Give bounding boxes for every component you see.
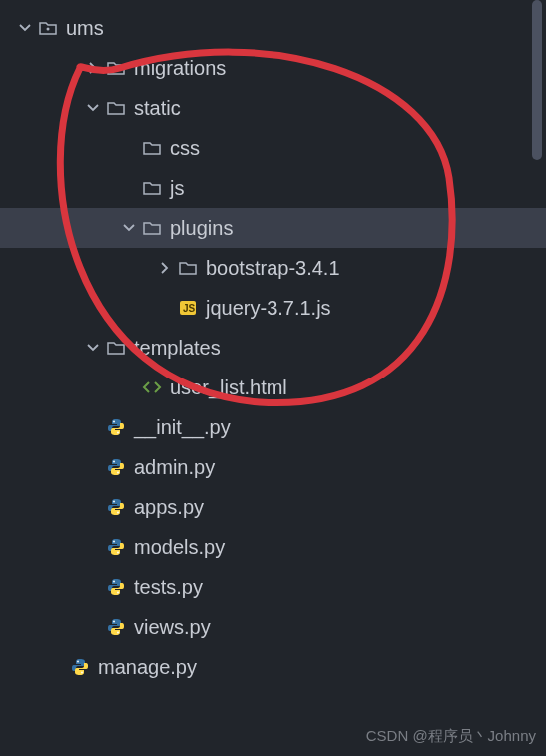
watermark: CSDN @程序员丶Johnny: [366, 727, 536, 746]
chevron-down-icon: [14, 22, 36, 34]
chevron-right-icon: [154, 262, 176, 274]
tree-item[interactable]: __init__.py: [0, 407, 546, 447]
tree-item-label: plugins: [170, 217, 233, 240]
python-icon: [104, 497, 128, 517]
python-icon: [104, 577, 128, 597]
python-icon: [104, 617, 128, 637]
folder-icon: [140, 218, 164, 238]
tree-item[interactable]: tests.py: [0, 567, 546, 607]
tree-item-label: js: [170, 177, 184, 200]
tree-item-label: jquery-3.7.1.js: [206, 297, 331, 320]
js-file-icon: [176, 298, 200, 318]
tree-item-label: user_list.html: [170, 377, 287, 399]
folder-icon: [104, 338, 128, 358]
tree-item-label: templates: [134, 337, 221, 360]
python-icon: [104, 537, 128, 557]
python-icon: [104, 457, 128, 477]
tree-item-label: migrations: [134, 57, 226, 80]
folder-icon: [104, 58, 128, 78]
tree-item[interactable]: views.py: [0, 607, 546, 647]
tree-item[interactable]: bootstrap-3.4.1: [0, 248, 546, 288]
tree-item-label: apps.py: [134, 496, 204, 519]
tree-item-root[interactable]: ums: [0, 8, 546, 48]
tree-item[interactable]: templates: [0, 328, 546, 368]
scrollbar[interactable]: [532, 0, 542, 160]
folder-icon: [176, 258, 200, 278]
tree-item-label: __init__.py: [134, 416, 231, 439]
chevron-down-icon: [82, 342, 104, 354]
tree-item-label: manage.py: [98, 656, 197, 679]
tree-item[interactable]: user_list.html: [0, 368, 546, 407]
html-file-icon: [140, 378, 164, 397]
tree-item-label: models.py: [134, 536, 225, 559]
tree-item[interactable]: plugins: [0, 208, 546, 248]
tree-item-label: views.py: [134, 616, 211, 639]
python-icon: [68, 657, 92, 677]
tree-item[interactable]: js: [0, 168, 546, 208]
tree-item[interactable]: apps.py: [0, 487, 546, 527]
tree-item[interactable]: css: [0, 128, 546, 168]
tree-item[interactable]: admin.py: [0, 447, 546, 487]
tree-item-label: css: [170, 137, 200, 160]
chevron-down-icon: [118, 222, 140, 234]
python-icon: [104, 417, 128, 437]
folder-icon: [104, 98, 128, 118]
tree-item-label: static: [134, 97, 181, 120]
chevron-right-icon: [82, 62, 104, 74]
tree-item[interactable]: static: [0, 88, 546, 128]
tree-item-label: admin.py: [134, 456, 215, 479]
folder-icon: [140, 138, 164, 158]
tree-item-label: tests.py: [134, 576, 203, 599]
tree-item[interactable]: migrations: [0, 48, 546, 88]
tree-item[interactable]: jquery-3.7.1.js: [0, 288, 546, 328]
file-tree: ums migrationsstaticcssjspluginsbootstra…: [0, 0, 546, 687]
tree-item-label: ums: [66, 17, 104, 40]
folder-icon: [140, 178, 164, 198]
tree-item-label: bootstrap-3.4.1: [206, 257, 340, 280]
tree-item[interactable]: manage.py: [0, 647, 546, 687]
chevron-down-icon: [82, 102, 104, 114]
tree-item[interactable]: models.py: [0, 527, 546, 567]
folder-icon: [36, 18, 60, 38]
